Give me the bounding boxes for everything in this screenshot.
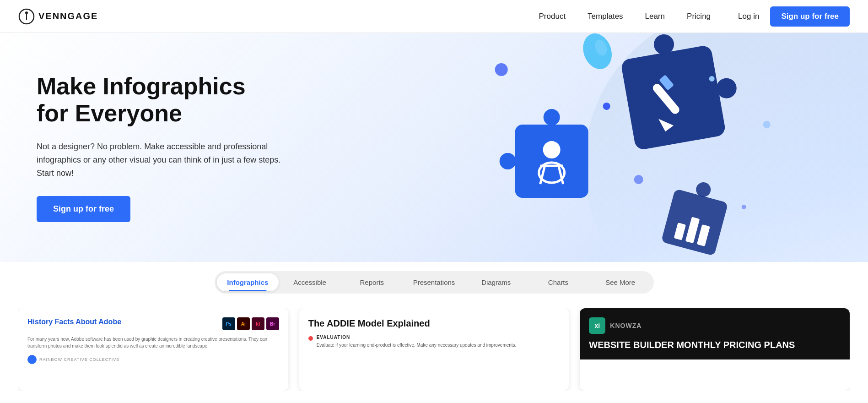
card-knowza[interactable]: xi knowza WEBSITE BUILDER MONTHLY PRICIN… (580, 308, 850, 391)
navbar: VENNGAGE Product Templates Learn Pricing… (0, 0, 868, 33)
knowza-header: xi knowza (589, 317, 841, 334)
cards-section: History Facts About Adobe Ps Ai Id Br Fo… (0, 294, 868, 403)
logo-link[interactable]: VENNGAGE (18, 8, 98, 25)
adobe-icons: Ps Ai Id Br (222, 317, 279, 330)
hero-title: Make Infographics for Everyone (37, 73, 284, 128)
card-adobe-title: History Facts About Adobe (27, 317, 121, 327)
card-knowza-inner: xi knowza WEBSITE BUILDER MONTHLY PRICIN… (580, 308, 850, 359)
addie-eval: EVALUATION Evaluate if your learning end… (308, 335, 560, 349)
knowza-brand: knowza (610, 322, 642, 329)
nav-links: Product Templates Learn Pricing (539, 12, 711, 21)
card-adobe-footer-text: RAINBOW CREATIVE COLLECTIVE (39, 357, 119, 362)
svg-point-13 (543, 109, 560, 125)
svg-point-15 (543, 142, 560, 158)
login-link[interactable]: Log in (738, 12, 759, 21)
nav-pricing[interactable]: Pricing (687, 12, 711, 21)
eval-dot (308, 336, 313, 341)
tab-infographics[interactable]: Infographics (217, 273, 279, 291)
svg-point-27 (603, 103, 610, 110)
eval-label: EVALUATION (317, 335, 517, 340)
card-adobe-header: History Facts About Adobe Ps Ai Id Br (27, 317, 279, 330)
knowza-logo: xi (589, 317, 605, 334)
logo-icon (18, 8, 35, 25)
puzzle-svg (391, 33, 868, 262)
tabs-bar: Infographics Accessible Reports Presenta… (215, 271, 654, 294)
card-addie-title: The ADDIE Model Explained (308, 317, 560, 329)
nav-product[interactable]: Product (539, 12, 566, 21)
tab-diagrams[interactable]: Diagrams (465, 273, 527, 291)
card-adobe-footer: RAINBOW CREATIVE COLLECTIVE (27, 355, 279, 364)
nav-learn[interactable]: Learn (645, 12, 665, 21)
svg-point-5 (763, 121, 770, 128)
tab-see-more[interactable]: See More (589, 273, 652, 291)
svg-point-28 (709, 76, 714, 82)
signup-button-hero[interactable]: Sign up for free (37, 196, 130, 222)
tab-charts[interactable]: Charts (527, 273, 589, 291)
svg-point-4 (634, 175, 643, 184)
id-icon: Id (252, 317, 264, 330)
br-icon: Br (266, 317, 279, 330)
brand-name: VENNGAGE (38, 11, 98, 22)
svg-point-3 (495, 63, 507, 76)
knowza-title: WEBSITE BUILDER MONTHLY PRICING PLANS (589, 339, 841, 350)
tabs-section: Infographics Accessible Reports Presenta… (0, 262, 868, 294)
svg-point-1 (25, 11, 28, 14)
nav-right: Log in Sign up for free (738, 6, 850, 27)
footer-logo-icon (27, 355, 37, 364)
eval-text: Evaluate if your learning end-product is… (317, 342, 517, 349)
card-adobe[interactable]: History Facts About Adobe Ps Ai Id Br Fo… (18, 308, 288, 391)
cards-row: History Facts About Adobe Ps Ai Id Br Fo… (18, 308, 850, 391)
svg-rect-12 (515, 125, 588, 198)
card-adobe-body: For many years now, Adobe software has b… (27, 336, 279, 349)
card-addie[interactable]: The ADDIE Model Explained EVALUATION Eva… (299, 308, 569, 391)
svg-rect-6 (620, 44, 726, 151)
tab-reports[interactable]: Reports (341, 273, 403, 291)
card-adobe-inner: History Facts About Adobe Ps Ai Id Br Fo… (18, 308, 288, 373)
tab-accessible[interactable]: Accessible (279, 273, 341, 291)
signup-button-nav[interactable]: Sign up for free (770, 6, 850, 27)
svg-point-29 (741, 205, 746, 209)
eval-content: EVALUATION Evaluate if your learning end… (317, 335, 517, 349)
hero-illustration (391, 33, 868, 262)
ps-icon: Ps (222, 317, 235, 330)
card-addie-inner: The ADDIE Model Explained EVALUATION Eva… (299, 308, 569, 358)
svg-point-25 (578, 33, 616, 73)
svg-point-14 (499, 153, 516, 169)
hero-subtitle: Not a designer? No problem. Make accessi… (37, 140, 284, 180)
tab-presentations[interactable]: Presentations (403, 273, 465, 291)
hero-content: Make Infographics for Everyone Not a des… (0, 45, 320, 250)
hero-section: Make Infographics for Everyone Not a des… (0, 33, 868, 262)
ai-icon: Ai (237, 317, 250, 330)
nav-templates[interactable]: Templates (588, 12, 623, 21)
